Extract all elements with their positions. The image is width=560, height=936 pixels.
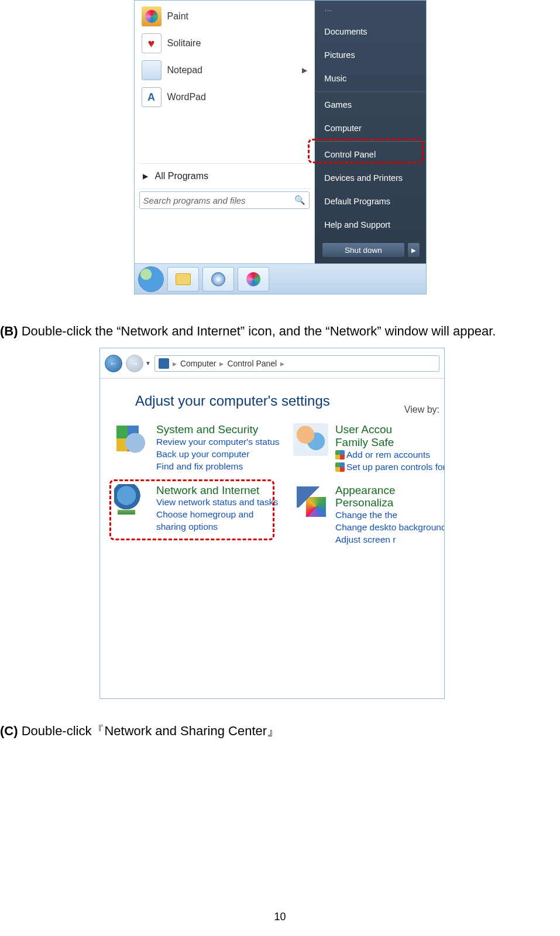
program-label: WordPad — [167, 92, 206, 102]
category-link[interactable]: View network status and tasks — [156, 496, 284, 509]
breadcrumb-sep: ▸ — [280, 359, 284, 368]
taskbar-button-paint[interactable] — [238, 267, 269, 292]
nav-forward-button[interactable]: → — [126, 355, 143, 372]
control-panel-heading: Adjust your computer's settings — [100, 379, 444, 417]
nav-back-button[interactable]: ← — [105, 355, 122, 372]
category-link[interactable]: Set up paren controls for — [335, 461, 445, 474]
explorer-toolbar: ← → ▼ ▸ Computer ▸ Control Panel ▸ — [100, 348, 444, 379]
breadcrumb-sep: ▸ — [173, 359, 177, 368]
search-placeholder: Search programs and files — [143, 196, 246, 205]
right-item-default-programs[interactable]: Default Programs — [315, 190, 425, 213]
shield-icon — [335, 450, 345, 460]
category-link[interactable]: Find and fix problems — [156, 461, 280, 473]
taskbar-button-wmp[interactable] — [202, 267, 234, 292]
shutdown-options-button[interactable]: ▶ — [407, 242, 420, 258]
wordpad-icon: A — [142, 87, 162, 107]
category-link[interactable]: Back up your computer — [156, 448, 280, 461]
folder-icon — [176, 273, 191, 285]
category-title: System and Security — [156, 423, 280, 436]
category-network-internet[interactable]: Network and Internet View network status… — [114, 484, 284, 546]
step-b-prefix: (B) — [0, 324, 22, 338]
network-internet-icon — [114, 484, 149, 517]
search-icon: 🔍 — [294, 195, 305, 205]
chevron-down-icon[interactable]: ▼ — [145, 360, 151, 366]
program-label: Notepad — [167, 65, 203, 76]
page-number: 10 — [274, 911, 286, 923]
control-panel-icon — [159, 358, 169, 369]
category-link[interactable]: Review your computer's status — [156, 436, 280, 448]
chevron-right-icon: ▶ — [143, 172, 148, 180]
arrow-right-icon: → — [130, 359, 139, 368]
user-accounts-icon — [293, 423, 328, 456]
category-link[interactable]: Change the the — [335, 509, 445, 522]
breadcrumb-sep: ▸ — [219, 359, 224, 368]
program-item-wordpad[interactable]: A WordPad — [137, 84, 312, 111]
right-item-help-support[interactable]: Help and Support — [315, 213, 425, 236]
step-b-body: Double-click the “Network and Internet” … — [22, 324, 496, 338]
taskbar — [135, 263, 426, 294]
shield-icon — [335, 462, 345, 472]
submenu-arrow-icon: ▶ — [302, 66, 307, 74]
category-title: Appearance Personaliza — [335, 484, 445, 510]
category-link[interactable]: Change deskto background — [335, 522, 445, 534]
control-panel-screenshot: ← → ▼ ▸ Computer ▸ Control Panel ▸ Adjus… — [99, 348, 445, 699]
program-label: Paint — [167, 11, 188, 22]
step-c-text: (C) Double-click『Network and Sharing Cen… — [0, 722, 560, 740]
right-item-music[interactable]: Music — [315, 67, 425, 90]
all-programs-label: All Programs — [155, 171, 209, 181]
category-title: Network and Internet — [156, 484, 284, 497]
category-system-security[interactable]: System and Security Review your computer… — [114, 423, 284, 474]
category-link[interactable]: Adjust screen r — [335, 534, 445, 546]
shutdown-button[interactable]: Shut down — [322, 242, 404, 258]
solitaire-icon: ♥ — [142, 33, 162, 53]
view-by-label[interactable]: View by: — [404, 404, 444, 415]
step-c-body: Double-click『Network and Sharing Center』 — [22, 724, 280, 738]
category-link[interactable]: Add or rem accounts — [335, 449, 445, 461]
program-item-notepad[interactable]: Notepad ▶ — [137, 57, 312, 84]
start-menu-right-panel: … Documents Pictures Music Games Compute… — [315, 1, 425, 263]
right-item-devices-printers[interactable]: Devices and Printers — [315, 166, 425, 190]
category-appearance[interactable]: Appearance Personaliza Change the the Ch… — [293, 484, 445, 546]
breadcrumb-item[interactable]: Computer — [180, 359, 216, 368]
start-orb[interactable] — [138, 266, 164, 292]
category-link[interactable]: Choose homegroup and sharing options — [156, 509, 284, 533]
step-c-prefix: (C) — [0, 724, 22, 738]
notepad-icon — [142, 60, 162, 80]
paint-icon — [142, 6, 162, 26]
start-menu-search[interactable]: Search programs and files 🔍 — [139, 191, 310, 209]
step-b-text: (B) Double-click the “Network and Intern… — [0, 324, 560, 339]
right-item[interactable]: … — [315, 1, 425, 20]
breadcrumb-item[interactable]: Control Panel — [227, 359, 277, 368]
paint-icon — [246, 272, 260, 286]
program-item-solitaire[interactable]: ♥ Solitaire — [137, 30, 312, 57]
taskbar-button-explorer[interactable] — [167, 267, 199, 292]
right-item-documents[interactable]: Documents — [315, 20, 425, 43]
program-label: Solitaire — [167, 38, 201, 49]
category-title: User Accou Family Safe — [335, 423, 445, 449]
right-item-control-panel[interactable]: Control Panel — [315, 143, 425, 166]
address-bar[interactable]: ▸ Computer ▸ Control Panel ▸ — [154, 355, 439, 372]
start-menu-screenshot: Paint ♥ Solitaire Notepad ▶ — [134, 0, 427, 294]
appearance-icon — [293, 484, 328, 517]
right-item-pictures[interactable]: Pictures — [315, 43, 425, 67]
right-item-games[interactable]: Games — [315, 93, 425, 116]
program-item-paint[interactable]: Paint — [137, 3, 312, 30]
arrow-left-icon: ← — [109, 359, 118, 368]
all-programs-button[interactable]: ▶ All Programs — [137, 166, 312, 186]
media-player-icon — [211, 272, 225, 286]
system-security-icon — [114, 423, 149, 456]
category-user-accounts[interactable]: User Accou Family Safe Add or rem accoun… — [293, 423, 445, 474]
start-menu-left-panel: Paint ♥ Solitaire Notepad ▶ — [135, 1, 315, 263]
right-item-computer[interactable]: Computer — [315, 116, 425, 140]
